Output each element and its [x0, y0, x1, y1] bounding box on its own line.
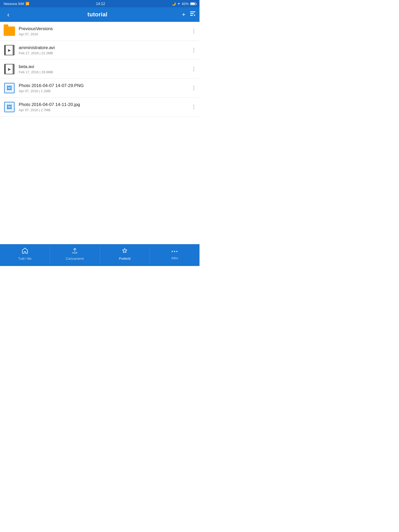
dot3: [193, 70, 194, 71]
file-more-button[interactable]: [192, 47, 196, 54]
dot1: [193, 105, 194, 106]
video-icon: [4, 64, 15, 74]
file-meta: Feb 17, 2016 | 22.2MB: [19, 51, 192, 55]
bottom-nav: Tutti i file Caricamenti Preferiti Altro: [0, 244, 200, 266]
list-item[interactable]: 🖼 Photo 2016-04-07 14-07-29.PNG Apr 07, …: [0, 79, 200, 98]
file-more-button[interactable]: [192, 28, 196, 35]
nav-item-favorites[interactable]: Preferiti: [100, 244, 150, 266]
list-item[interactable]: 🖼 Photo 2016-04-07 14-11-20.jpg Apr 07, …: [0, 98, 200, 117]
file-list-container: PreviousVersions Apr 07, 2016 amministra…: [0, 22, 200, 244]
list-item[interactable]: PreviousVersions Apr 07, 2016: [0, 22, 200, 41]
folder-icon: [4, 26, 15, 36]
file-meta: Apr 07, 2016: [19, 32, 192, 36]
uploads-icon: [71, 247, 78, 256]
file-list: PreviousVersions Apr 07, 2016 amministra…: [0, 22, 200, 117]
file-info: PreviousVersions Apr 07, 2016: [19, 26, 192, 36]
file-icon-wrap: [4, 63, 15, 75]
dot2: [193, 88, 194, 89]
moon-icon: 🌙: [172, 2, 176, 6]
all-files-label: Tutti i file: [18, 257, 32, 261]
dot2: [193, 50, 194, 51]
file-info: beta.avi Feb 17, 2016 | 28.6MB: [19, 64, 192, 74]
file-info: Photo 2016-04-07 14-07-29.PNG Apr 07, 20…: [19, 83, 192, 93]
svg-point-8: [176, 251, 178, 252]
file-meta: Apr 07, 2016 | 2.7MB: [19, 108, 192, 112]
bluetooth-icon: ✦: [177, 2, 180, 6]
dot2: [193, 107, 194, 108]
file-name: Photo 2016-04-07 14-11-20.jpg: [19, 102, 192, 107]
file-icon-wrap: 🖼: [4, 82, 15, 94]
image-icon: 🖼: [4, 102, 15, 112]
header-actions: +: [182, 11, 196, 18]
svg-point-6: [172, 251, 173, 252]
svg-rect-2: [190, 15, 193, 16]
file-name: PreviousVersions: [19, 26, 192, 31]
dot3: [193, 32, 194, 34]
file-info: amministratore.avi Feb 17, 2016 | 22.2MB: [19, 45, 192, 55]
other-label: Altro: [171, 256, 178, 260]
status-right-icons: 🌙 ✦ 82%: [172, 2, 196, 6]
dot3: [193, 89, 194, 90]
svg-point-7: [174, 251, 175, 252]
carrier-label: Nessuna SIM: [4, 2, 24, 6]
favorites-label: Preferiti: [119, 257, 131, 261]
file-info: Photo 2016-04-07 14-11-20.jpg Apr 07, 20…: [19, 102, 192, 112]
nav-item-other[interactable]: Altro: [150, 244, 200, 266]
file-name: amministratore.avi: [19, 45, 192, 50]
battery-percent: 82%: [182, 2, 189, 6]
uploads-label: Caricamenti: [66, 257, 84, 261]
file-icon-wrap: 🖼: [4, 101, 15, 113]
nav-item-all-files[interactable]: Tutti i file: [0, 244, 50, 266]
dot1: [193, 67, 194, 68]
file-name: beta.avi: [19, 64, 192, 69]
svg-rect-0: [190, 11, 195, 12]
file-meta: Feb 17, 2016 | 28.6MB: [19, 70, 192, 74]
add-button[interactable]: +: [182, 11, 185, 18]
file-meta: Apr 07, 2016 | 1.1MB: [19, 89, 192, 93]
dot2: [193, 31, 194, 32]
video-icon: [4, 45, 15, 55]
list-item[interactable]: amministratore.avi Feb 17, 2016 | 22.2MB: [0, 41, 200, 60]
header: ‹ tutorial +: [0, 7, 200, 22]
battery-indicator: [190, 2, 196, 5]
svg-rect-1: [190, 13, 194, 14]
wifi-icon: 📶: [25, 2, 29, 5]
file-more-button[interactable]: [192, 104, 196, 110]
file-name: Photo 2016-04-07 14-07-29.PNG: [19, 83, 192, 88]
favorites-icon: [121, 247, 128, 256]
dot2: [193, 69, 194, 70]
dot3: [193, 51, 194, 52]
back-button[interactable]: ‹: [4, 11, 13, 19]
file-more-button[interactable]: [192, 85, 196, 91]
nav-item-uploads[interactable]: Caricamenti: [50, 244, 99, 266]
dot1: [193, 48, 194, 49]
list-item[interactable]: beta.avi Feb 17, 2016 | 28.6MB: [0, 60, 200, 79]
header-title: tutorial: [88, 11, 108, 18]
status-bar: Nessuna SIM 📶 14:12 🌙 ✦ 82%: [0, 0, 200, 7]
dot1: [193, 29, 194, 30]
file-icon-wrap: [4, 44, 15, 56]
file-more-button[interactable]: [192, 66, 196, 72]
edit-button[interactable]: [190, 11, 196, 18]
dot1: [193, 86, 194, 87]
other-icon: [171, 248, 178, 255]
carrier-info: Nessuna SIM 📶: [4, 2, 29, 6]
dot3: [193, 108, 194, 109]
image-icon: 🖼: [4, 83, 15, 93]
all-files-icon: [22, 247, 28, 256]
status-time: 14:12: [96, 2, 105, 6]
file-icon-wrap: [4, 25, 15, 37]
